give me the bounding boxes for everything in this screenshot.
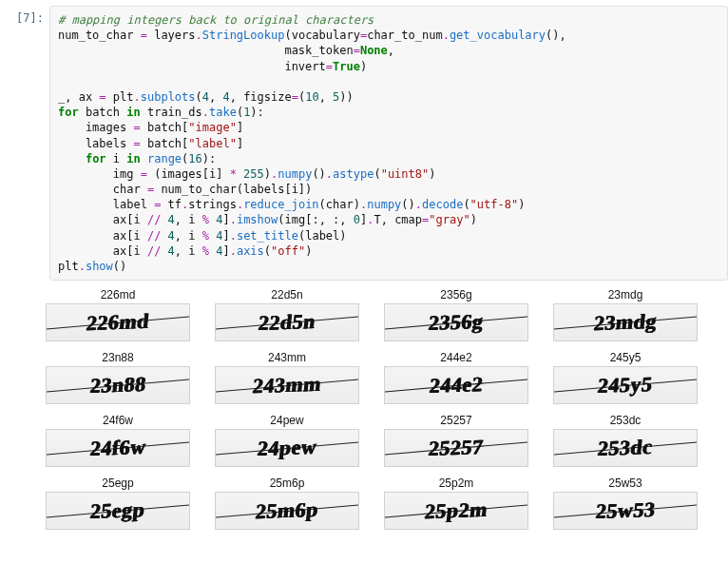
plot-title: 243mm <box>268 351 306 364</box>
code-line: ax[i // 4, i % 4].imshow(img[:, :, 0].T,… <box>58 213 477 226</box>
plot-title: 25257 <box>440 414 471 427</box>
plot-cell: 245y5245y5 <box>549 351 701 404</box>
plot-title: 23n88 <box>102 351 133 364</box>
plot-cell: 24pew24pew <box>211 414 363 467</box>
code-block[interactable]: # mapping integers back to original char… <box>49 6 728 281</box>
code-cell: [7]: # mapping integers back to original… <box>0 6 728 281</box>
captcha-image: 253dc <box>553 429 698 467</box>
captcha-text: 25p2m <box>424 497 489 524</box>
plot-cell: 2525725257 <box>380 414 532 467</box>
captcha-text: 24f6w <box>88 435 146 461</box>
plot-cell: 22d5n22d5n <box>211 288 363 341</box>
captcha-image: 23mdg <box>553 303 698 341</box>
code-line: labels = batch["label"] <box>58 137 243 150</box>
captcha-image: 22d5n <box>215 303 359 341</box>
plot-title: 25p2m <box>439 476 474 490</box>
plot-cell: 244e2244e2 <box>380 351 532 404</box>
captcha-text: 25257 <box>428 435 485 461</box>
captcha-text: 2356g <box>428 309 485 336</box>
plot-cell: 226md226md <box>42 288 194 341</box>
captcha-image: 245y5 <box>553 366 698 404</box>
captcha-image: 25w53 <box>553 492 698 530</box>
plot-cell: 25m6p25m6p <box>211 476 363 530</box>
code-line: num_to_char = layers.StringLookup(vocabu… <box>58 29 566 42</box>
captcha-image: 25p2m <box>384 492 528 530</box>
code-line: label = tf.strings.reduce_join(char).num… <box>58 198 525 211</box>
plot-cell: 25p2m25p2m <box>380 476 532 530</box>
captcha-text: 244e2 <box>428 372 484 399</box>
plot-cell: 243mm243mm <box>211 351 363 404</box>
code-line: img = (images[i] * 255).numpy().astype("… <box>58 167 435 181</box>
code-line: for batch in train_ds.take(1): <box>58 106 264 119</box>
captcha-image: 226md <box>46 303 190 341</box>
plot-title: 24f6w <box>103 414 133 427</box>
output-area: 226md226md22d5n22d5n2356g2356g23mdg23mdg… <box>42 288 728 530</box>
plot-title: 244e2 <box>440 351 471 364</box>
plot-cell: 23n8823n88 <box>42 351 194 404</box>
captcha-image: 25m6p <box>215 492 359 530</box>
plot-title: 245y5 <box>610 351 642 364</box>
plot-cell: 24f6w24f6w <box>42 414 194 467</box>
plot-title: 253dc <box>610 414 642 427</box>
plot-cell: 25w5325w53 <box>549 476 701 530</box>
captcha-text: 23mdg <box>593 309 659 336</box>
plot-title: 25w53 <box>608 476 642 490</box>
captcha-text: 25egp <box>89 497 146 524</box>
captcha-text: 25m6p <box>255 497 320 524</box>
captcha-image: 24pew <box>215 429 359 467</box>
captcha-image: 24f6w <box>46 429 190 467</box>
captcha-text: 25w53 <box>594 497 656 524</box>
plot-title: 226md <box>101 288 136 301</box>
plot-cell: 2356g2356g <box>380 288 532 341</box>
captcha-image: 25257 <box>384 429 528 467</box>
code-line: ax[i // 4, i % 4].axis("off") <box>58 244 312 258</box>
plot-title: 25m6p <box>270 476 305 490</box>
plot-cell: 23mdg23mdg <box>549 288 701 341</box>
plot-title: 24pew <box>270 414 303 427</box>
captcha-text: 24pew <box>256 435 317 461</box>
code-line: for i in range(16): <box>58 152 216 165</box>
plot-cell: 253dc253dc <box>549 414 701 467</box>
code-line: _, ax = plt.subplots(4, 4, figsize=(10, … <box>58 90 354 104</box>
captcha-text: 23n88 <box>88 372 146 399</box>
captcha-image: 25egp <box>46 492 190 530</box>
captcha-text: 226md <box>86 309 151 336</box>
captcha-text: 253dc <box>597 435 654 461</box>
code-line: char = num_to_char(labels[i]) <box>58 183 312 196</box>
code-line: images = batch["image"] <box>58 121 243 134</box>
captcha-image: 23n88 <box>46 366 190 404</box>
code-line: mask_token=None, <box>58 44 394 57</box>
captcha-text: 245y5 <box>597 372 654 399</box>
plot-title: 23mdg <box>608 288 643 301</box>
captcha-text: 243mm <box>252 372 323 399</box>
plot-cell: 25egp25egp <box>42 476 194 530</box>
code-line: ax[i // 4, i % 4].set_title(label) <box>58 229 347 243</box>
cell-prompt: [7]: <box>0 6 49 281</box>
captcha-image: 243mm <box>215 366 359 404</box>
plot-title: 22d5n <box>271 288 302 301</box>
captcha-grid: 226md226md22d5n22d5n2356g2356g23mdg23mdg… <box>42 288 728 530</box>
captcha-image: 244e2 <box>384 366 528 404</box>
captcha-text: 22d5n <box>258 309 317 336</box>
code-line: # mapping integers back to original char… <box>58 13 374 27</box>
code-line: invert=True) <box>58 60 367 73</box>
plot-title: 25egp <box>102 476 133 490</box>
plot-title: 2356g <box>440 288 471 301</box>
captcha-image: 2356g <box>384 303 528 341</box>
code-line: plt.show() <box>58 260 126 273</box>
